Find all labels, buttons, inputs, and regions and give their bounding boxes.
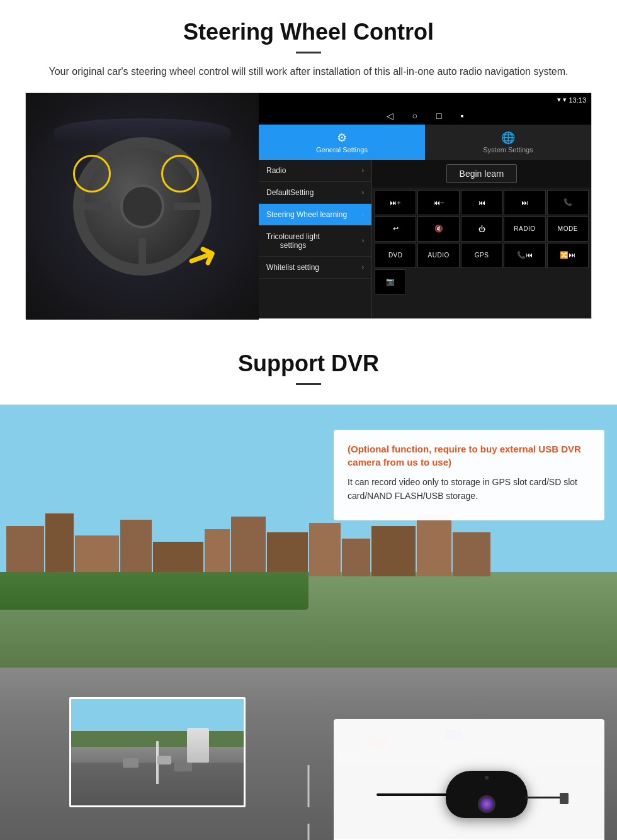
btn-vol-up[interactable]: ⏭+ [375, 190, 416, 215]
wifi-icon: ▾ [563, 96, 567, 104]
menu-default-label: DefaultSetting [266, 188, 314, 197]
nav-menu-icon[interactable]: ▪ [460, 111, 463, 121]
chevron-icon: › [362, 264, 364, 271]
btn-next-track[interactable]: ⏭ [504, 190, 545, 215]
btn-shuffle-next[interactable]: 🔀⏭ [547, 243, 589, 268]
btn-vol-down[interactable]: ⏮− [417, 190, 459, 215]
dvr-title-divider [296, 383, 321, 385]
menu-item-tricoloured[interactable]: Tricoloured lightsettings › [259, 226, 371, 257]
general-settings-icon: ⚙ [337, 131, 347, 145]
steering-subtitle: Your original car's steering wheel contr… [38, 64, 579, 80]
btn-vol-up-icon: ⏭+ [390, 199, 400, 206]
dvr-camera-image [334, 719, 604, 840]
hang-up-icon: ↩ [393, 225, 399, 233]
btn-audio[interactable]: AUDIO [417, 243, 459, 268]
button-row-3: DVD AUDIO GPS 📞⏮ 🔀⏭ [375, 243, 589, 268]
chevron-icon: › [362, 167, 364, 174]
dvr-section: Support DVR [0, 332, 617, 840]
chevron-icon: › [362, 189, 364, 196]
btn-vol-down-icon: ⏮− [433, 199, 444, 206]
dvd-label: DVD [388, 252, 403, 259]
radio-label: RADIO [514, 225, 535, 232]
menu-item-default-setting[interactable]: DefaultSetting › [259, 182, 371, 204]
wheel-spoke-bottom [139, 238, 146, 269]
button-row-1: ⏭+ ⏮− ⏮ ⏭ 📞 [375, 190, 589, 215]
nav-home-icon[interactable]: ○ [412, 111, 417, 121]
menu-tricoloured-label: Tricoloured lightsettings [266, 232, 320, 250]
highlight-right [161, 155, 199, 193]
dvr-thumbnail [69, 697, 246, 807]
btn-hang-up[interactable]: ↩ [375, 216, 416, 242]
signal-icon: ▾ [557, 96, 561, 104]
dvr-title: Support DVR [25, 350, 592, 377]
button-row-4: 📷 [375, 269, 589, 294]
btn-mute[interactable]: 🔇 [417, 216, 459, 242]
wheel-hub [120, 184, 164, 228]
thumb-road-scene [71, 699, 244, 805]
nav-back-icon[interactable]: ◁ [387, 111, 393, 121]
btn-gps[interactable]: GPS [461, 243, 502, 268]
menu-radio-label: Radio [266, 166, 286, 175]
button-row-2: ↩ 🔇 ⏻ RADIO MODE [375, 216, 589, 242]
camera-icon: 📷 [386, 277, 395, 286]
nav-recent-icon[interactable]: □ [436, 111, 441, 121]
camera-lens [478, 795, 495, 813]
wheel-spoke-left [79, 203, 111, 210]
prev-track-icon: ⏮ [478, 199, 485, 206]
highlight-left [73, 155, 111, 193]
android-navbar: ◁ ○ □ ▪ [259, 107, 591, 125]
settings-menu: Radio › DefaultSetting › Steering Wheel … [259, 160, 372, 318]
title-divider [296, 52, 321, 53]
wheel-spoke-right [174, 203, 205, 210]
steering-demo: ➜ ▾ ▾ 13:13 ◁ ○ □ ▪ [25, 92, 592, 319]
chevron-icon: › [362, 211, 364, 218]
steering-section: Steering Wheel Control Your original car… [0, 0, 617, 332]
status-icons: ▾ ▾ 13:13 [557, 96, 586, 104]
settings-content: Radio › DefaultSetting › Steering Wheel … [259, 160, 591, 318]
camera-cable [376, 793, 452, 796]
control-panel: Begin learn ⏭+ ⏮− ⏮ ⏭ 📞 ↩ [372, 160, 591, 318]
wheel-background: ➜ [26, 93, 259, 320]
gps-label: GPS [475, 252, 489, 259]
system-settings-icon: 🌐 [501, 131, 515, 145]
menu-steering-label: Steering Wheel learning [266, 210, 347, 219]
camera-device [376, 771, 562, 818]
camera-body [446, 771, 528, 818]
steering-title: Steering Wheel Control [25, 19, 592, 45]
direction-arrow: ➜ [181, 233, 224, 279]
dvr-title-area: Support DVR [0, 332, 617, 405]
btn-dvd[interactable]: DVD [375, 243, 416, 268]
tab-system-settings[interactable]: 🌐 System Settings [425, 125, 591, 160]
btn-camera[interactable]: 📷 [375, 269, 406, 294]
dvr-description: It can record video only to storage in G… [348, 475, 591, 503]
mode-label: MODE [558, 225, 578, 232]
tab-general-settings[interactable]: ⚙ General Settings [259, 125, 425, 160]
btn-power[interactable]: ⏻ [461, 216, 502, 242]
menu-whitelist-label: Whitelist setting [266, 263, 319, 272]
dvr-info-box: (Optional function, require to buy exter… [334, 430, 604, 521]
btn-mode[interactable]: MODE [547, 216, 589, 242]
chevron-icon: › [362, 237, 364, 244]
btn-phone-prev[interactable]: 📞⏮ [504, 243, 545, 268]
mute-icon: 🔇 [434, 225, 443, 233]
tab-general-label: General Settings [316, 146, 368, 154]
tab-system-label: System Settings [483, 146, 533, 154]
audio-label: AUDIO [428, 252, 450, 259]
android-statusbar: ▾ ▾ 13:13 [259, 93, 591, 107]
phone-icon: 📞 [563, 198, 572, 206]
shuffle-next-icon: 🔀⏭ [560, 251, 575, 259]
control-buttons-grid: ⏭+ ⏮− ⏮ ⏭ 📞 ↩ 🔇 ⏻ RADIO MODE [372, 188, 591, 297]
menu-item-steering-wheel[interactable]: Steering Wheel learning › [259, 204, 371, 226]
btn-phone[interactable]: 📞 [547, 190, 589, 215]
android-ui-panel: ▾ ▾ 13:13 ◁ ○ □ ▪ ⚙ General Settings 🌐 [259, 93, 591, 318]
menu-item-radio[interactable]: Radio › [259, 160, 371, 182]
begin-learn-button[interactable]: Begin learn [446, 164, 518, 183]
phone-prev-icon: 📞⏮ [517, 251, 533, 259]
next-track-icon: ⏭ [521, 199, 528, 206]
begin-learn-row: Begin learn [372, 160, 591, 188]
btn-prev-track[interactable]: ⏮ [461, 190, 502, 215]
menu-item-whitelist[interactable]: Whitelist setting › [259, 257, 371, 279]
dvr-background: (Optional function, require to buy exter… [0, 405, 617, 840]
btn-radio[interactable]: RADIO [504, 216, 545, 242]
steering-wheel-image: ➜ [26, 93, 259, 320]
